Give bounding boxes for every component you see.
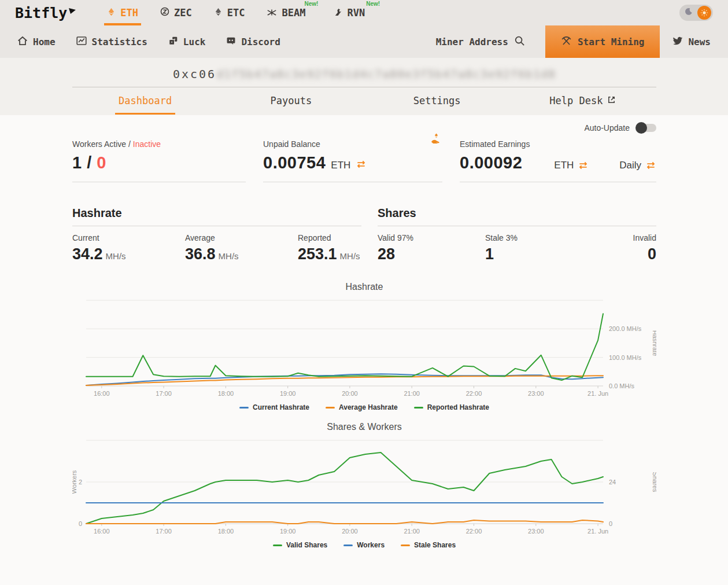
estimated-earnings-label: Estimated Earnings — [460, 139, 656, 149]
hashrate-section-title: Hashrate — [72, 207, 361, 226]
svg-text:20:00: 20:00 — [342, 528, 358, 535]
svg-text:0: 0 — [79, 520, 82, 527]
estimated-earnings-value: 0.00092 — [460, 153, 522, 172]
legend-swatch — [239, 407, 249, 409]
svg-text:22:00: 22:00 — [466, 528, 482, 535]
nav-discord[interactable]: Discord — [226, 36, 280, 47]
svg-text:21. Jun: 21. Jun — [587, 390, 608, 397]
moon-icon — [685, 8, 693, 18]
miner-address-search[interactable]: Miner Address — [436, 25, 524, 58]
svg-text:23:00: 23:00 — [528, 390, 544, 397]
etc-icon — [214, 7, 223, 19]
statistics-icon — [76, 36, 87, 48]
theme-toggle[interactable] — [679, 5, 713, 21]
subheader-band: 0xc06d1f5b47a8c3e92f6b1d4c7a80e3f5b47a8c… — [0, 58, 728, 115]
bitfly-logo[interactable]: Bitfly — [15, 0, 76, 25]
shares-workers-chart: 16:0017:0018:0019:0020:0021:0022:0023:00… — [72, 437, 656, 539]
hashrate-shares-section: Hashrate Current 34.2MH/s Average 36.8MH… — [72, 207, 656, 263]
address-masked: d1f5b47a8c3e92f6b1d4c7a80e3f5b47a8c3e92f… — [216, 67, 556, 81]
sun-icon — [697, 6, 711, 20]
bitfly-logo-text: Bitfly — [15, 5, 67, 21]
miner-address-display[interactable]: 0xc06d1f5b47a8c3e92f6b1d4c7a80e3f5b47a8c… — [72, 67, 656, 87]
nav-luck[interactable]: Luck — [168, 36, 206, 48]
dice-icon — [168, 36, 178, 48]
external-link-icon — [607, 95, 616, 106]
hashrate-chart-legend: Current HashrateAverage HashrateReported… — [72, 403, 656, 411]
hashrate-chart-block: Hashrate 16:0017:0018:0019:0020:0021:002… — [72, 282, 656, 411]
svg-text:18:00: 18:00 — [218, 528, 234, 535]
svg-text:21:00: 21:00 — [404, 390, 420, 397]
unpaid-balance-label: Unpaid Balance — [263, 139, 442, 149]
legend-item[interactable]: Current Hashrate — [239, 403, 309, 411]
unpaid-balance-unit: ETH — [331, 160, 350, 171]
svg-text:16:00: 16:00 — [94, 390, 110, 397]
new-badge: New! — [305, 1, 319, 7]
shares-stale: Stale 3% 1 — [485, 233, 549, 263]
main-navbar: Home Statistics Luck Discord Miner Addre… — [0, 25, 728, 58]
coin-tab-etc[interactable]: ETC — [203, 0, 256, 25]
svg-text:200.0 MH/s: 200.0 MH/s — [609, 325, 642, 332]
news-twitter[interactable]: News — [660, 25, 728, 58]
legend-item[interactable]: Reported Hashrate — [414, 403, 489, 411]
eth-icon — [107, 7, 116, 19]
pickaxes-icon — [561, 35, 572, 49]
svg-text:17:00: 17:00 — [156, 528, 172, 535]
home-icon — [17, 36, 28, 48]
workers-card: Workers Active / Inactive 1 / 0 — [72, 139, 246, 182]
shares-section-title: Shares — [378, 207, 656, 226]
start-mining-button[interactable]: Start Mining — [545, 25, 660, 58]
hashrate-summary: Hashrate Current 34.2MH/s Average 36.8MH… — [72, 207, 361, 263]
svg-text:21. Jun: 21. Jun — [587, 528, 608, 535]
earnings-period: Daily — [619, 160, 641, 171]
hashrate-chart: 16:0017:0018:0019:0020:0021:0022:0023:00… — [72, 297, 656, 401]
auto-update-row: Auto-Update — [72, 115, 656, 133]
svg-text:Hashrate: Hashrate — [652, 330, 656, 356]
toggle-knob — [635, 122, 647, 134]
currency-swap-icon[interactable] — [578, 161, 589, 170]
svg-text:16:00: 16:00 — [94, 528, 110, 535]
svg-text:22:00: 22:00 — [466, 390, 482, 397]
new-badge: New! — [366, 1, 380, 7]
nav-statistics[interactable]: Statistics — [76, 36, 147, 48]
svg-text:0.0 MH/s: 0.0 MH/s — [609, 382, 635, 389]
svg-text:19:00: 19:00 — [280, 390, 296, 397]
auto-update-toggle[interactable] — [637, 124, 656, 132]
coin-tab-zec[interactable]: ZEC — [149, 0, 203, 25]
currency-swap-icon[interactable] — [356, 160, 367, 168]
legend-swatch — [414, 407, 423, 409]
svg-text:17:00: 17:00 — [156, 390, 172, 397]
shares-workers-chart-legend: Valid SharesWorkersStale Shares — [72, 541, 656, 549]
shares-valid: Valid 97% 28 — [378, 233, 441, 263]
tab-payouts[interactable]: Payouts — [218, 87, 364, 115]
svg-text:0: 0 — [609, 520, 612, 527]
legend-item[interactable]: Average Hashrate — [326, 403, 398, 411]
svg-text:Workers: Workers — [72, 470, 77, 494]
hashrate-chart-title: Hashrate — [72, 282, 656, 292]
address-prefix: 0xc06 — [173, 67, 216, 81]
tab-dashboard[interactable]: Dashboard — [72, 87, 218, 115]
coin-switcher-bar: Bitfly ETH ZEC ETC BEAM New! RVN New! — [0, 0, 728, 25]
hashrate-average: Average 36.8MH/s — [185, 233, 249, 263]
workers-active-value: 1 — [72, 153, 82, 172]
coin-tab-rvn[interactable]: RVN New! — [323, 0, 385, 25]
coin-tab-beam[interactable]: BEAM New! — [256, 0, 323, 25]
coin-tab-eth[interactable]: ETH — [96, 0, 149, 25]
zec-icon — [160, 7, 169, 19]
legend-swatch — [401, 544, 410, 546]
tab-help-desk[interactable]: Help Desk — [510, 87, 656, 115]
legend-item[interactable]: Workers — [343, 541, 385, 549]
svg-text:20:00: 20:00 — [342, 390, 358, 397]
period-swap-icon[interactable] — [645, 161, 656, 170]
svg-text:Shares: Shares — [652, 472, 656, 492]
legend-swatch — [326, 407, 335, 409]
bitfly-flag-icon — [68, 1, 76, 18]
nav-home[interactable]: Home — [17, 36, 56, 48]
payout-hand-icon[interactable] — [430, 133, 442, 146]
coin-tabs: ETH ZEC ETC BEAM New! RVN New! — [96, 0, 385, 25]
legend-item[interactable]: Stale Shares — [401, 541, 456, 549]
legend-item[interactable]: Valid Shares — [273, 541, 327, 549]
discord-icon — [226, 36, 236, 47]
unpaid-balance-value: 0.00754 — [263, 153, 326, 172]
tab-settings[interactable]: Settings — [364, 87, 510, 115]
svg-text:21:00: 21:00 — [404, 528, 420, 535]
